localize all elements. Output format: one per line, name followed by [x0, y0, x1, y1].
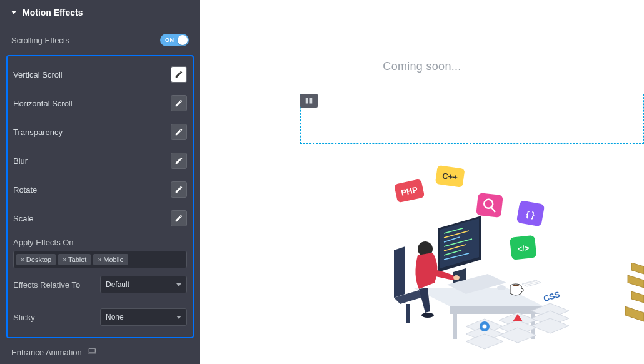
apply-on-chips[interactable]: ×Desktop ×Tablet ×Mobile — [13, 251, 187, 268]
svg-marker-25 — [394, 246, 405, 298]
svg-marker-22 — [522, 280, 541, 286]
svg-marker-57 — [631, 291, 644, 303]
svg-point-30 — [421, 313, 434, 318]
edit-button[interactable] — [171, 181, 187, 198]
entrance-animation-row: Entrance Animation — [0, 338, 200, 361]
svg-marker-55 — [631, 263, 644, 274]
edit-button[interactable] — [171, 210, 187, 226]
sticky-label: Sticky — [13, 313, 100, 322]
effect-label: Vertical Scroll — [13, 70, 63, 79]
chip-mobile[interactable]: ×Mobile — [93, 254, 128, 265]
svg-rect-27 — [406, 304, 410, 323]
svg-text:CSS: CSS — [542, 290, 561, 304]
remove-icon: × — [21, 256, 24, 263]
svg-rect-6 — [453, 314, 457, 339]
effect-horizontal-scroll: Horizontal Scroll — [9, 89, 191, 118]
edit-button[interactable] — [171, 124, 187, 140]
effect-blur: Blur — [9, 146, 191, 175]
chip-text: Mobile — [103, 256, 123, 263]
effect-label: Scale — [13, 214, 34, 223]
effect-label: Rotate — [13, 185, 37, 195]
chip-tablet[interactable]: ×Tablet — [58, 254, 91, 265]
relative-to-select[interactable]: Default — [100, 276, 187, 293]
edit-button[interactable] — [171, 95, 187, 111]
chevron-down-icon — [176, 316, 181, 319]
effect-label: Horizontal Scroll — [13, 99, 73, 108]
sticky-select[interactable]: None — [100, 308, 187, 326]
svg-marker-56 — [628, 275, 644, 288]
entrance-label: Entrance Animation — [11, 348, 82, 357]
select-value: Default — [106, 280, 129, 289]
effect-label: Transparency — [13, 128, 63, 137]
pencil-icon — [174, 156, 183, 165]
page-heading: Coming soon... — [200, 0, 644, 73]
svg-text:</>: </> — [517, 243, 530, 254]
scrolling-effects-row: Scrolling Effects ON — [0, 28, 200, 53]
section-motion-effects[interactable]: Motion Effects — [0, 0, 200, 28]
column-outline — [301, 98, 643, 139]
svg-point-46 — [483, 325, 487, 329]
chip-text: Desktop — [26, 256, 51, 263]
pencil-icon — [174, 214, 183, 223]
pencil-icon — [174, 70, 183, 79]
effect-vertical-scroll: Vertical Scroll — [9, 60, 191, 89]
illustration: PHP C++ { } </> — [344, 163, 575, 356]
effect-transparency: Transparency — [9, 118, 191, 146]
svg-point-19 — [497, 285, 506, 290]
edit-button[interactable] — [171, 66, 187, 83]
svg-marker-58 — [625, 306, 644, 321]
apply-on-label: Apply Effects On — [9, 233, 191, 251]
chip-text: Tablet — [68, 256, 86, 263]
chip-desktop[interactable]: ×Desktop — [16, 254, 56, 265]
svg-rect-0 — [89, 348, 95, 353]
section-title: Motion Effects — [23, 8, 83, 18]
section-selection-outline[interactable] — [300, 94, 644, 144]
settings-sidebar: Motion Effects Scrolling Effects ON Vert… — [0, 0, 200, 364]
responsive-devices-icon[interactable] — [88, 347, 98, 357]
chevron-down-icon — [176, 283, 181, 286]
effect-scale: Scale — [9, 204, 191, 233]
svg-rect-35 — [476, 193, 503, 218]
svg-marker-4 — [413, 288, 544, 306]
svg-point-29 — [453, 275, 460, 280]
toggle-on-text: ON — [165, 37, 174, 43]
toggle-knob — [178, 35, 188, 45]
preview-canvas[interactable]: Coming soon... — [200, 0, 644, 364]
decorative-element — [606, 263, 644, 331]
edit-button[interactable] — [171, 153, 187, 169]
sticky-row: Sticky None — [9, 301, 191, 333]
pencil-icon — [174, 185, 183, 194]
effect-rotate: Rotate — [9, 175, 191, 204]
active-effects-group: Vertical Scroll Horizontal Scroll Transp… — [6, 55, 194, 338]
remove-icon: × — [98, 256, 101, 263]
relative-to-row: Effects Relative To Default — [9, 268, 191, 301]
relative-to-label: Effects Relative To — [13, 280, 100, 290]
pencil-icon — [174, 99, 183, 108]
scrolling-effects-label: Scrolling Effects — [11, 36, 69, 45]
svg-rect-1 — [88, 353, 96, 353]
remove-icon: × — [63, 256, 66, 263]
svg-marker-5 — [450, 306, 544, 314]
chevron-down-icon — [11, 11, 16, 14]
pencil-icon — [174, 128, 183, 136]
scrolling-effects-toggle[interactable]: ON — [160, 34, 189, 46]
svg-text:{ }: { } — [525, 209, 535, 220]
select-value: None — [106, 313, 124, 321]
effect-label: Blur — [13, 156, 28, 166]
